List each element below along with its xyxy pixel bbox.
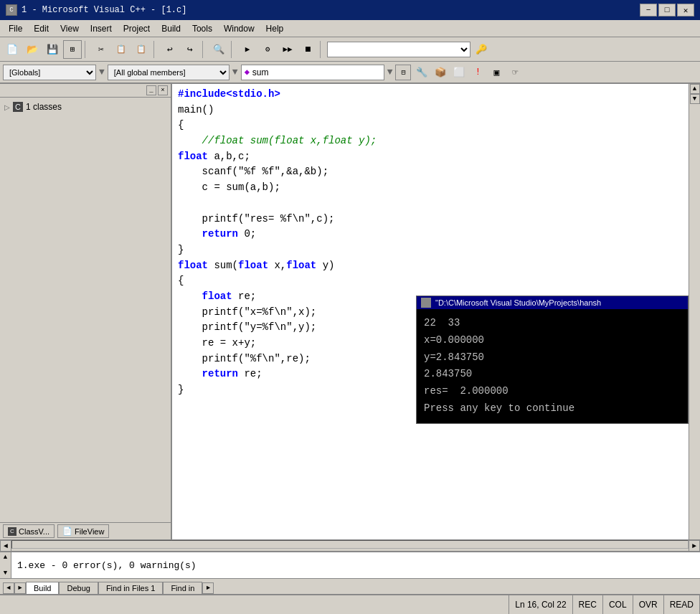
menu-view[interactable]: View bbox=[55, 22, 85, 35]
sidebar-scrollbar: ◄ ► bbox=[0, 539, 700, 551]
toolbar-navigation: [Globals] ▼ [All global members] ▼ ◆ sum… bbox=[0, 62, 700, 83]
menu-edit[interactable]: Edit bbox=[28, 22, 55, 35]
undo-button[interactable]: ↩ bbox=[161, 40, 179, 59]
nav-btn-3[interactable]: ⬜ bbox=[451, 65, 467, 80]
tab-build[interactable]: Build bbox=[26, 582, 59, 594]
menu-tools[interactable]: Tools bbox=[186, 22, 218, 35]
code-line-10: return 0; bbox=[178, 227, 694, 242]
output-scroll-up[interactable]: ▲ bbox=[4, 554, 7, 561]
cut-button[interactable]: ✂ bbox=[92, 40, 110, 59]
open-button[interactable]: 📂 bbox=[23, 40, 42, 59]
editor-scrollbar[interactable]: ▲ ▼ bbox=[689, 84, 700, 539]
status-empty bbox=[0, 595, 509, 614]
paste-button[interactable]: 📋 bbox=[132, 40, 151, 59]
nav-btn-2[interactable]: 📦 bbox=[432, 65, 448, 80]
terminal-title: "D:\C\Microsoft Visual Studio\MyProjects… bbox=[435, 298, 601, 307]
compile-button[interactable]: ▶ bbox=[238, 40, 257, 59]
close-button[interactable]: ✕ bbox=[677, 4, 694, 16]
globals-combo[interactable]: [Globals] bbox=[3, 65, 96, 80]
save-all-button[interactable]: ⊞ bbox=[63, 40, 82, 59]
tab-debug-label: Debug bbox=[67, 584, 90, 592]
sidebar-tab-classview[interactable]: C ClassV... bbox=[3, 524, 55, 538]
terminal-content: 22 33 x=0.000000 y=2.843750 2.843750 res… bbox=[417, 309, 688, 423]
dropdown-icon-3: ▼ bbox=[387, 67, 393, 77]
fileview-label: FileView bbox=[75, 527, 104, 536]
tab-end-arrow[interactable]: ► bbox=[202, 582, 214, 594]
dropdown-icon-1: ▼ bbox=[99, 67, 105, 77]
status-read: READ bbox=[664, 595, 700, 614]
redo-button[interactable]: ↪ bbox=[181, 40, 199, 59]
terminal-line-1: 22 33 bbox=[424, 315, 681, 332]
tab-scroll-left[interactable]: ◄ bbox=[3, 582, 14, 594]
output-content: 1.exe - 0 error(s), 0 warning(s) bbox=[11, 559, 700, 572]
terminal-line-6: Press any key to continue bbox=[424, 400, 681, 417]
status-col: COL bbox=[603, 595, 633, 614]
sidebar-tabs: C ClassV... 📄 FileView bbox=[0, 522, 171, 539]
nav-btn-1[interactable]: 🔧 bbox=[414, 65, 430, 80]
output-bar: ▲ ▼ 1.exe - 0 error(s), 0 warning(s) ◄ ►… bbox=[0, 551, 700, 594]
new-file-button[interactable]: 📄 bbox=[3, 40, 22, 59]
sidebar: _ × ▷ C 1 classes C ClassV... 📄 FileV bbox=[0, 83, 172, 539]
maximize-button[interactable]: □ bbox=[658, 4, 676, 16]
nav-btn-4[interactable]: ! bbox=[470, 65, 486, 80]
tab-find-files-label: Find in Files 1 bbox=[106, 584, 155, 592]
status-bar: Ln 16, Col 22 REC COL OVR READ bbox=[0, 594, 700, 614]
tab-find[interactable]: Find in bbox=[163, 582, 202, 594]
symbol-label: sum bbox=[252, 67, 269, 77]
terminal-line-3: y=2.843750 bbox=[424, 349, 681, 367]
minimize-button[interactable]: − bbox=[640, 4, 657, 16]
find-button[interactable]: 🔑 bbox=[472, 40, 491, 59]
menu-window[interactable]: Window bbox=[218, 22, 260, 35]
code-line-1: #include<stdio.h> bbox=[178, 87, 694, 103]
output-scroll-down[interactable]: ▼ bbox=[4, 570, 7, 577]
code-line-13: { bbox=[178, 273, 694, 289]
code-line-8 bbox=[178, 196, 694, 212]
menu-help[interactable]: Help bbox=[260, 22, 290, 35]
save-button[interactable]: 💾 bbox=[43, 40, 62, 59]
scroll-left-arrow[interactable]: ◄ bbox=[0, 540, 11, 552]
tab-scroll-right[interactable]: ► bbox=[14, 582, 26, 594]
sidebar-tab-fileview[interactable]: 📄 FileView bbox=[57, 524, 109, 538]
scroll-up-arrow[interactable]: ▲ bbox=[690, 84, 700, 94]
members-combo[interactable]: [All global members] bbox=[108, 65, 230, 80]
menu-file[interactable]: File bbox=[3, 22, 28, 35]
menu-insert[interactable]: Insert bbox=[85, 22, 118, 35]
fileview-icon: 📄 bbox=[62, 526, 72, 536]
terminal-line-4: 2.843750 bbox=[424, 366, 681, 383]
code-line-12: float sum(float x,float y) bbox=[178, 258, 694, 274]
output-tabs: ◄ ► Build Debug Find in Files 1 Find in … bbox=[0, 578, 700, 594]
code-line-9: printf("res= %f\n",c); bbox=[178, 212, 694, 227]
sidebar-minimize[interactable]: _ bbox=[146, 85, 156, 95]
tab-find-files[interactable]: Find in Files 1 bbox=[98, 582, 163, 594]
code-line-4: //float sum(float x,float y); bbox=[178, 133, 694, 149]
nav-btn-6[interactable]: ☞ bbox=[507, 65, 523, 80]
sidebar-close[interactable]: × bbox=[158, 85, 168, 95]
run-button[interactable]: ▶▶ bbox=[278, 40, 297, 59]
tab-debug[interactable]: Debug bbox=[59, 582, 98, 594]
stop-button[interactable]: ⏹ bbox=[298, 40, 317, 59]
copy-button[interactable]: 📋 bbox=[112, 40, 131, 59]
app-icon: C bbox=[6, 4, 17, 16]
menu-build[interactable]: Build bbox=[156, 22, 186, 35]
terminal-window: "D:\C\Microsoft Visual Studio\MyProjects… bbox=[416, 296, 689, 424]
sidebar-content: ▷ C 1 classes bbox=[0, 98, 171, 522]
symbol-combo[interactable]: ◆ sum bbox=[241, 65, 384, 80]
build-button[interactable]: ⚙ bbox=[258, 40, 277, 59]
output-text: 1.exe - 0 error(s), 0 warning(s) bbox=[17, 560, 197, 571]
dropdown-icon-2: ▼ bbox=[232, 67, 238, 77]
code-editor[interactable]: #include<stdio.h> main() { //float sum(f… bbox=[172, 83, 700, 539]
nav-btn-5[interactable]: ▣ bbox=[488, 65, 504, 80]
output-scrollbar-v[interactable]: ▲ ▼ bbox=[0, 552, 11, 578]
code-line-3: { bbox=[178, 118, 694, 133]
class-icon: C bbox=[13, 102, 23, 112]
filter-button[interactable]: ⊟ bbox=[395, 65, 411, 80]
scroll-down-arrow[interactable]: ▼ bbox=[690, 94, 700, 104]
status-ovr: OVR bbox=[633, 595, 664, 614]
search-button[interactable]: 🔍 bbox=[209, 40, 228, 59]
scroll-track[interactable] bbox=[11, 540, 689, 549]
search-combo[interactable] bbox=[327, 42, 470, 57]
separator-4 bbox=[231, 41, 235, 58]
scroll-right-arrow[interactable]: ► bbox=[689, 540, 700, 552]
menu-project[interactable]: Project bbox=[118, 22, 156, 35]
expand-icon[interactable]: ▷ bbox=[4, 103, 10, 111]
